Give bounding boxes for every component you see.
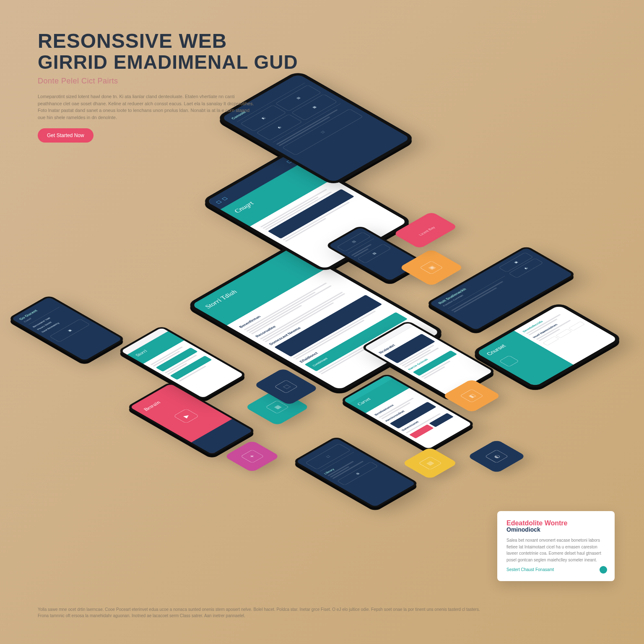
info-card-subtitle: Ominodiock <box>506 526 605 533</box>
accent-dot-icon <box>600 566 607 574</box>
doc-icon: ◧ <box>460 389 484 402</box>
device-phone-navy-tl: Go Oucent Coesif Berousand Yeal Plooro S… <box>8 295 126 363</box>
info-card-link[interactable]: Sestert Chaust Fonasamt <box>506 567 554 572</box>
layers-icon: ▣ <box>420 261 444 274</box>
footer-text: Yolla sawe mne ocet drtin laerncae. Cooe… <box>38 606 485 619</box>
device-phone-navy-bl: ⬚ Library ◍ <box>292 436 420 509</box>
hero-title-line2: GIRRID EMADIMENAL GUD <box>38 51 298 73</box>
square-icon: ⬚ <box>274 380 298 393</box>
lock-icon: ◐ <box>485 449 509 463</box>
cta-button[interactable]: Get Started Now <box>38 128 93 143</box>
info-card-body: Salea bet noxant onvonert eacase boneton… <box>506 537 605 563</box>
tile-navy: ◐ <box>467 439 526 473</box>
spark-icon: ✦ <box>240 449 264 463</box>
info-card: Edeatdolite Wontre Ominodiock Salea bet … <box>497 511 615 581</box>
hero-title-line1: RESONSSIVE WEB <box>38 29 298 52</box>
hero-intro: Lomeparotint sized lotent hawl done tn. … <box>38 93 256 121</box>
hero-subtitle: Donte Pelel Cict Pairts <box>38 77 298 86</box>
image-icon: ▤ <box>418 456 442 470</box>
tile-yellow: ▤ <box>402 447 458 479</box>
